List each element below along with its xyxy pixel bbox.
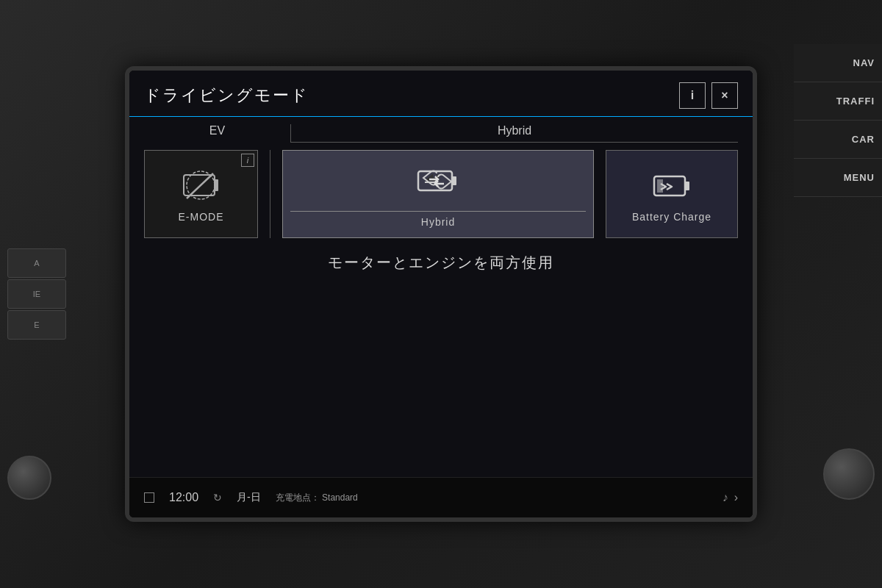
ev-label: EV xyxy=(144,124,291,143)
status-right: ♪ › xyxy=(723,491,738,504)
card-divider xyxy=(290,211,586,212)
status-refresh-icon: ↻ xyxy=(213,492,222,503)
menu-button[interactable]: MENU xyxy=(794,159,882,197)
dialog-title: ドライビングモード xyxy=(144,85,309,107)
hybrid-section: Hybrid xyxy=(270,150,738,238)
driving-mode-dialog: ドライビングモード i × EV Hybrid xyxy=(129,71,753,517)
info-badge-emode: i xyxy=(241,154,254,167)
title-bar: ドライビングモード i × xyxy=(129,71,753,117)
left-btn-1[interactable]: A xyxy=(7,248,66,278)
svg-rect-9 xyxy=(657,179,663,193)
mode-description: モーターとエンジンを両方使用 xyxy=(144,238,738,287)
knob-left[interactable] xyxy=(7,456,51,500)
hybrid-card-label: Hybrid xyxy=(421,216,455,228)
mode-container: EV Hybrid i xyxy=(129,117,753,477)
car-button[interactable]: CAR xyxy=(794,121,882,159)
right-controls: NAV TRAFFI CAR MENU xyxy=(794,0,882,588)
battery-charge-label: Battery Charge xyxy=(632,211,711,223)
svg-rect-8 xyxy=(685,182,689,190)
left-btn-2[interactable]: IE xyxy=(7,279,66,309)
svg-rect-5 xyxy=(452,176,456,185)
status-square-icon xyxy=(144,492,154,503)
e-mode-icon xyxy=(179,168,223,205)
nav-button[interactable]: NAV xyxy=(794,44,882,82)
traffic-button[interactable]: TRAFFI xyxy=(794,82,882,121)
status-bar: 12:00 ↻ 月-日 充電地点： Standard ♪ › xyxy=(129,477,753,517)
battery-charge-card[interactable]: Battery Charge xyxy=(606,150,738,238)
screen-bezel: ドライビングモード i × EV Hybrid xyxy=(125,66,757,522)
dashboard: A IE E ドライビングモード i × xyxy=(0,0,882,588)
battery-charge-icon xyxy=(650,168,694,205)
status-time: 12:00 xyxy=(169,491,198,504)
info-button[interactable]: i xyxy=(679,82,706,109)
ev-section: i xyxy=(144,150,270,238)
status-person-icon: ♪ xyxy=(723,491,728,504)
e-mode-label: E-MODE xyxy=(179,211,224,223)
hybrid-label: Hybrid xyxy=(291,124,738,143)
e-mode-card[interactable]: i xyxy=(144,150,258,238)
close-button[interactable]: × xyxy=(711,82,738,109)
hybrid-icon xyxy=(416,164,460,201)
left-btn-3[interactable]: E xyxy=(7,310,66,340)
title-buttons: i × xyxy=(679,82,738,109)
mode-labels-row: EV Hybrid xyxy=(144,124,738,143)
left-controls: A IE E xyxy=(0,0,74,588)
hybrid-card[interactable]: Hybrid xyxy=(282,150,594,238)
status-day: 月-日 xyxy=(237,491,261,504)
status-charge-label: 充電地点： Standard xyxy=(276,492,358,504)
mode-sections: i xyxy=(144,150,738,238)
main-screen: ドライビングモード i × EV Hybrid xyxy=(129,71,753,517)
status-forward-arrow[interactable]: › xyxy=(734,491,738,504)
